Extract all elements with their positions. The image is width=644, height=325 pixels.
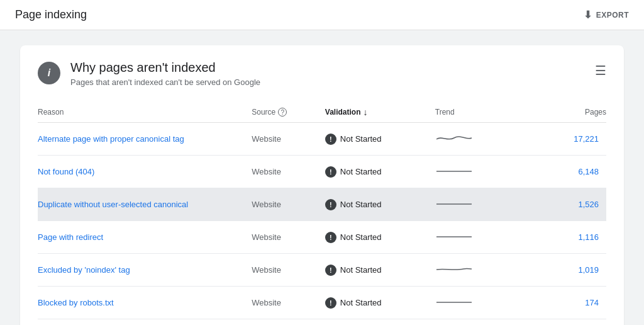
trend-cell [435, 287, 545, 319]
reason-cell[interactable]: Alternate page with proper canonical tag [38, 123, 252, 156]
trend-cell [435, 123, 545, 156]
pages-cell[interactable]: 17,221 [545, 123, 606, 156]
validation-cell: !Not Started [325, 221, 435, 254]
export-button[interactable]: ⬇ EXPORT [584, 9, 629, 21]
card-subtitle: Pages that aren't indexed can't be serve… [70, 77, 260, 87]
sort-icon: ↓ [364, 107, 368, 117]
table-row: Blocked by robots.txtWebsite!Not Started… [38, 287, 606, 319]
status-icon: ! [325, 134, 336, 145]
reason-cell[interactable]: Soft 404 [38, 319, 252, 326]
source-cell: Website [252, 287, 325, 319]
validation-cell: !Not Started [325, 319, 435, 326]
trend-chart [435, 164, 473, 177]
pages-cell[interactable]: 3 [545, 319, 606, 326]
status-icon: ! [325, 232, 336, 243]
status-icon: ! [325, 199, 336, 210]
status-text: Not Started [340, 200, 382, 209]
status-text: Not Started [340, 265, 382, 275]
indexing-table: Reason Source ? Validation ↓ [38, 102, 606, 325]
validation-cell: !Not Started [325, 156, 435, 188]
source-cell: Website [252, 123, 325, 156]
pages-cell[interactable]: 6,148 [545, 156, 606, 188]
status-text: Not Started [340, 167, 382, 176]
table-body: Alternate page with proper canonical tag… [38, 123, 606, 326]
source-help-icon[interactable]: ? [278, 108, 287, 117]
pages-cell[interactable]: 1,116 [545, 221, 606, 254]
table-row: Soft 404Website!Not Started3 [38, 319, 606, 326]
status-text: Not Started [340, 298, 382, 307]
table-header-row: Reason Source ? Validation ↓ [38, 102, 606, 123]
col-source: Source ? [252, 102, 325, 123]
trend-cell [435, 221, 545, 254]
source-cell: Website [252, 156, 325, 188]
status-icon: ! [325, 265, 336, 276]
card-title-block: Why pages aren't indexed Pages that aren… [70, 60, 260, 87]
col-pages: Pages [545, 102, 606, 123]
status-text: Not Started [340, 134, 382, 144]
trend-chart [435, 295, 473, 308]
reason-cell[interactable]: Duplicate without user-selected canonica… [38, 188, 252, 221]
reason-cell[interactable]: Excluded by 'noindex' tag [38, 254, 252, 287]
status-text: Not Started [340, 232, 382, 242]
trend-cell [435, 319, 545, 326]
trend-cell [435, 254, 545, 287]
reason-cell[interactable]: Not found (404) [38, 156, 252, 188]
top-bar: Page indexing ⬇ EXPORT [0, 0, 644, 30]
trend-chart [435, 197, 473, 210]
table-row: Not found (404)Website!Not Started6,148 [38, 156, 606, 188]
source-cell: Website [252, 254, 325, 287]
card-header: i Why pages aren't indexed Pages that ar… [38, 60, 606, 87]
trend-cell [435, 188, 545, 221]
status-icon: ! [325, 297, 336, 309]
source-cell: Website [252, 319, 325, 326]
pages-cell[interactable]: 1,019 [545, 254, 606, 287]
col-reason: Reason [38, 102, 252, 123]
source-cell: Website [252, 221, 325, 254]
card-header-left: i Why pages aren't indexed Pages that ar… [38, 60, 260, 87]
table-row: Alternate page with proper canonical tag… [38, 123, 606, 156]
page-title: Page indexing [15, 8, 87, 21]
card: i Why pages aren't indexed Pages that ar… [20, 45, 624, 325]
card-title: Why pages aren't indexed [70, 60, 260, 75]
main-content: i Why pages aren't indexed Pages that ar… [0, 30, 644, 325]
export-icon: ⬇ [584, 9, 592, 21]
trend-chart [435, 230, 473, 242]
table-row: Excluded by 'noindex' tagWebsite!Not Sta… [38, 254, 606, 287]
source-cell: Website [252, 188, 325, 221]
trend-cell [435, 156, 545, 188]
validation-cell: !Not Started [325, 254, 435, 287]
reason-cell[interactable]: Page with redirect [38, 221, 252, 254]
status-icon: ! [325, 166, 336, 178]
trend-chart [435, 263, 473, 275]
validation-cell: !Not Started [325, 123, 435, 156]
table-row: Page with redirectWebsite!Not Started1,1… [38, 221, 606, 254]
info-icon: i [38, 62, 60, 84]
validation-cell: !Not Started [325, 287, 435, 319]
col-validation: Validation ↓ [325, 102, 435, 123]
filter-icon[interactable]: ☰ [595, 63, 606, 78]
pages-cell[interactable]: 1,526 [545, 188, 606, 221]
reason-cell[interactable]: Blocked by robots.txt [38, 287, 252, 319]
export-label: EXPORT [596, 11, 629, 20]
col-trend: Trend [435, 102, 545, 123]
table-row: Duplicate without user-selected canonica… [38, 188, 606, 221]
pages-cell[interactable]: 174 [545, 287, 606, 319]
validation-cell: !Not Started [325, 188, 435, 221]
trend-chart [435, 132, 473, 144]
